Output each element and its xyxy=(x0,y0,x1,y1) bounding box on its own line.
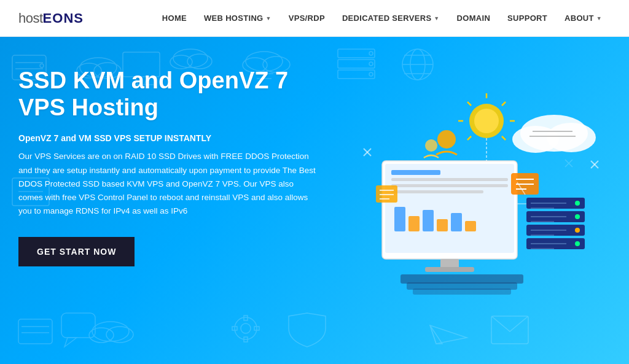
svg-rect-107 xyxy=(376,185,397,203)
nav-dedicated-servers[interactable]: DEDICATED SERVERS ▼ xyxy=(334,0,448,37)
svg-rect-62 xyxy=(391,190,483,193)
svg-point-102 xyxy=(425,139,437,152)
svg-point-75 xyxy=(575,201,580,206)
svg-marker-40 xyxy=(64,338,77,347)
svg-line-98 xyxy=(467,102,471,106)
hero-content-left: SSD KVM and OpenVZ 7VPS Hosting OpenVZ 7… xyxy=(18,61,338,266)
svg-rect-68 xyxy=(465,221,476,231)
chevron-down-icon: ▼ xyxy=(596,0,602,37)
chevron-down-icon: ▼ xyxy=(265,0,271,37)
nav-domain[interactable]: DOMAIN xyxy=(448,0,499,37)
get-started-button[interactable]: GET START NOW xyxy=(18,237,135,266)
nav-vps-rdp[interactable]: VPS/RDP xyxy=(280,0,334,37)
svg-point-22 xyxy=(369,52,373,55)
nav-home[interactable]: HOME xyxy=(154,0,195,37)
svg-point-93 xyxy=(474,109,499,133)
svg-rect-66 xyxy=(437,219,448,231)
svg-point-77 xyxy=(575,228,580,233)
svg-line-97 xyxy=(502,136,506,140)
hero-section: SSD KVM and OpenVZ 7VPS Hosting OpenVZ 7… xyxy=(0,37,629,364)
svg-rect-30 xyxy=(18,319,52,344)
svg-rect-64 xyxy=(408,216,420,231)
logo-eons: EONS xyxy=(43,10,84,26)
header: hostEONS HOME WEB HOSTING ▼ VPS/RDP DEDI… xyxy=(0,0,629,37)
nav: HOME WEB HOSTING ▼ VPS/RDP DEDICATED SER… xyxy=(154,0,611,37)
svg-rect-116 xyxy=(413,288,511,295)
svg-rect-63 xyxy=(394,207,405,231)
logo-host: host xyxy=(18,10,43,26)
svg-rect-69 xyxy=(440,259,459,268)
svg-point-89 xyxy=(547,123,596,152)
svg-line-100 xyxy=(467,136,471,140)
svg-rect-70 xyxy=(425,267,474,272)
svg-rect-61 xyxy=(391,184,508,187)
hero-subtitle: OpenVZ 7 and VM SSD VPS SETUP INSTANTLY xyxy=(18,132,338,145)
svg-point-33 xyxy=(92,322,129,341)
logo[interactable]: hostEONS xyxy=(18,10,84,26)
svg-rect-43 xyxy=(244,316,248,320)
svg-rect-114 xyxy=(400,274,523,284)
chevron-down-icon: ▼ xyxy=(434,0,439,37)
svg-point-101 xyxy=(437,130,456,149)
svg-rect-39 xyxy=(61,313,95,338)
svg-point-42 xyxy=(241,323,251,333)
nav-web-hosting[interactable]: WEB HOSTING ▼ xyxy=(195,0,280,37)
svg-point-76 xyxy=(575,214,580,219)
svg-rect-67 xyxy=(451,213,462,231)
svg-rect-59 xyxy=(391,170,440,175)
svg-line-95 xyxy=(502,102,506,106)
svg-point-78 xyxy=(575,241,580,246)
hero-description: Our VPS Services are on on RAID 10 SSD D… xyxy=(18,150,319,218)
nav-support[interactable]: SUPPORT xyxy=(499,0,556,37)
nav-about[interactable]: ABOUT ▼ xyxy=(556,0,611,37)
svg-rect-65 xyxy=(423,210,434,231)
hero-title: SSD KVM and OpenVZ 7VPS Hosting xyxy=(18,68,338,121)
hero-illustration xyxy=(338,61,611,346)
svg-rect-60 xyxy=(391,178,508,181)
